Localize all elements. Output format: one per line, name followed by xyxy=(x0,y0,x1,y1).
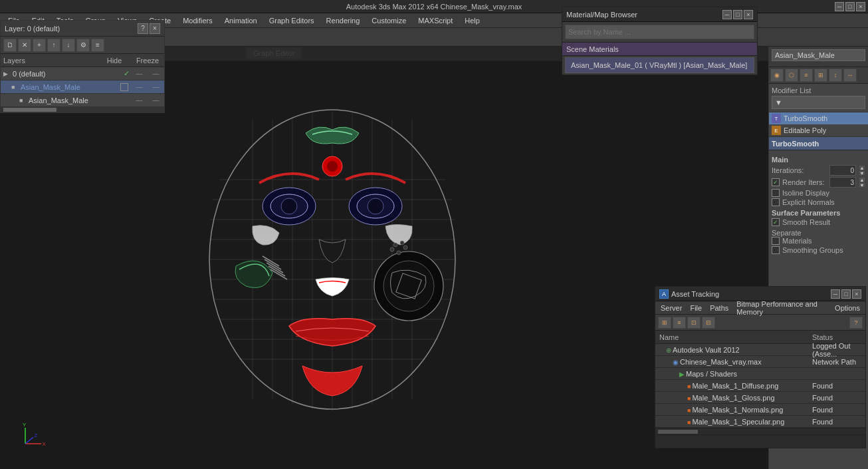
turbosmooth-header: TurboSmooth xyxy=(769,137,868,150)
material-search-row xyxy=(562,22,757,43)
panel-icon-1[interactable]: ◉ xyxy=(770,69,784,82)
svg-point-32 xyxy=(397,251,401,255)
menu-help[interactable]: Help xyxy=(459,15,485,26)
asset-row-specular[interactable]: ■Male_Mask_1_Specular.png Found xyxy=(655,416,865,428)
iterations-up[interactable]: ▲ xyxy=(859,165,865,170)
layers-tool-settings[interactable]: ⚙ xyxy=(76,39,90,52)
panel-icon-2[interactable]: ⬡ xyxy=(785,69,798,82)
panel-icon-3[interactable]: ≡ xyxy=(800,69,813,82)
asset-tracking-close[interactable]: × xyxy=(852,289,861,299)
asset-normals-status: Found xyxy=(812,406,865,414)
layers-help-button[interactable]: ? xyxy=(138,23,148,34)
asset-menu-file[interactable]: File xyxy=(687,304,705,312)
panel-icon-6[interactable]: ↔ xyxy=(843,69,857,82)
iterations-down[interactable]: ▼ xyxy=(859,170,865,176)
specular-icon: ■ xyxy=(687,419,691,426)
explicit-normals-row: Explicit Normals xyxy=(772,198,865,206)
layers-tool-new[interactable]: 🗋 xyxy=(3,39,17,52)
smoothing-groups-checkbox[interactable] xyxy=(772,246,780,254)
menu-animation[interactable]: Animation xyxy=(219,15,263,26)
layer-row-asian-mask[interactable]: ■ Asian_Mask_Male — — xyxy=(1,80,164,94)
asset-tracking-menu: Server File Paths Bitmap Performance and… xyxy=(655,301,865,315)
asset-maxfile-name: ◉Chinese_Mask_vray.max xyxy=(655,358,812,366)
modifier-turbosmooth-label: TurboSmooth xyxy=(784,114,827,122)
maximize-button[interactable]: □ xyxy=(845,2,855,11)
layers-tool-collapse[interactable]: ≡ xyxy=(91,39,104,52)
minimize-button[interactable]: ─ xyxy=(835,2,844,11)
layers-scroll-thumb[interactable] xyxy=(3,108,56,112)
isoline-checkbox[interactable] xyxy=(772,189,780,197)
asset-menu-paths[interactable]: Paths xyxy=(707,304,731,312)
modifier-item-editable-poly[interactable]: E Editable Poly xyxy=(769,124,868,136)
asset-tracking-maximize[interactable]: □ xyxy=(841,289,851,299)
modifier-dropdown-text: ▼ xyxy=(775,98,782,106)
render-iters-down[interactable]: ▼ xyxy=(859,182,865,188)
asset-maxfile-status: Network Path xyxy=(812,358,865,366)
asset-scrollbar-horizontal[interactable] xyxy=(655,428,865,434)
asset-tool-3[interactable]: ⊡ xyxy=(687,317,701,329)
layer-default-freeze: — xyxy=(148,70,164,77)
asset-col-status-header: Status xyxy=(812,333,865,341)
asset-menu-bitmap[interactable]: Bitmap Performance and Memory xyxy=(734,300,829,316)
layer-asian-mask-freeze: — xyxy=(148,83,164,90)
layers-close-button[interactable]: × xyxy=(150,23,160,34)
material-search-input[interactable] xyxy=(565,25,754,39)
panel-icon-4[interactable]: ⊞ xyxy=(814,69,827,82)
asset-menu-server[interactable]: Server xyxy=(658,304,685,312)
asset-scroll-thumb-h[interactable] xyxy=(658,430,698,434)
asset-row-max-file[interactable]: ◉Chinese_Mask_vray.max Network Path xyxy=(655,356,865,368)
modifier-item-turbosmooth[interactable]: T TurboSmooth xyxy=(769,112,868,124)
asset-tracking-minimize[interactable]: ─ xyxy=(831,289,840,299)
asset-menu-options[interactable]: Options xyxy=(832,304,863,312)
asset-row-gloss[interactable]: ■Male_Mask_1_Gloss.png Found xyxy=(655,392,865,404)
asset-row-normals[interactable]: ■Male_Mask_1_Normals.png Found xyxy=(655,404,865,416)
layer-visibility-checkbox[interactable] xyxy=(120,83,128,91)
render-iters-up[interactable]: ▲ xyxy=(859,177,865,182)
smooth-result-checkbox[interactable]: ✓ xyxy=(772,218,780,226)
menu-customize[interactable]: Customize xyxy=(366,15,411,26)
material-browser-close[interactable]: × xyxy=(744,10,753,19)
asset-tool-4[interactable]: ⊟ xyxy=(702,317,715,329)
layer-row-default[interactable]: ▶ 0 (default) ✓ — — xyxy=(1,67,164,80)
close-button[interactable]: × xyxy=(856,2,865,11)
menu-rendering[interactable]: Rendering xyxy=(321,15,366,26)
layers-scrollbar[interactable] xyxy=(1,107,164,112)
layers-tool-move-down[interactable]: ↓ xyxy=(62,39,75,52)
material-browser-title-bar: Material/Map Browser ─ □ × xyxy=(562,7,757,22)
scene-material-item[interactable]: Asian_Mask_Male_01 ( VRayMtl ) [Asian_Ma… xyxy=(565,57,754,73)
layers-tool-add[interactable]: + xyxy=(33,39,46,52)
iterations-spinner[interactable]: ▲ ▼ xyxy=(859,165,865,176)
svg-point-25 xyxy=(368,198,383,214)
layer-default-name: 0 (default) xyxy=(13,70,124,78)
render-iters-spinner[interactable]: ▲ ▼ xyxy=(859,177,865,188)
layers-tool-delete[interactable]: ✕ xyxy=(18,39,31,52)
menu-graph-editors[interactable]: Graph Editors xyxy=(264,15,320,26)
panel-icon-5[interactable]: ↕ xyxy=(829,69,842,82)
material-browser-maximize[interactable]: □ xyxy=(733,10,742,19)
asset-specular-name: ■Male_Mask_1_Specular.png xyxy=(655,418,812,426)
layer-row-asian-mask-child[interactable]: ■ Asian_Mask_Male — — xyxy=(1,94,164,107)
asset-row-diffuse[interactable]: ■Male_Mask_1_Diffuse.png Found xyxy=(655,380,865,392)
layer-default-hide: — xyxy=(131,70,148,77)
menu-maxscript[interactable]: MAXScript xyxy=(413,15,458,26)
layers-tool-move-up[interactable]: ↑ xyxy=(47,39,60,52)
material-browser-minimize[interactable]: ─ xyxy=(722,10,732,19)
menu-modifiers[interactable]: Modifiers xyxy=(177,15,218,26)
window-controls[interactable]: ─ □ × xyxy=(835,2,865,11)
iterations-input[interactable] xyxy=(829,165,856,176)
modifier-list-dropdown[interactable]: ▼ xyxy=(772,96,865,109)
render-iters-checkbox[interactable]: ✓ xyxy=(772,178,780,186)
asset-tool-2[interactable]: ≡ xyxy=(673,317,686,329)
material-name-input[interactable]: Asian_Mask_Male xyxy=(772,49,865,61)
mask-visualization xyxy=(186,80,479,452)
explicit-normals-label: Explicit Normals xyxy=(782,198,835,206)
asset-normals-name: ■Male_Mask_1_Normals.png xyxy=(655,406,812,414)
explicit-normals-checkbox[interactable] xyxy=(772,198,780,206)
asset-row-maps[interactable]: ▶Maps / Shaders xyxy=(655,368,865,380)
asset-tool-1[interactable]: ⊞ xyxy=(658,317,671,329)
asset-row-vault[interactable]: ⊕Autodesk Vault 2012 Logged Out (Asse... xyxy=(655,344,865,356)
modifier-list-label: Modifier List xyxy=(772,86,865,94)
render-iters-input[interactable] xyxy=(829,177,856,188)
asset-tool-help[interactable]: ? xyxy=(849,317,863,329)
materials-checkbox[interactable] xyxy=(772,237,780,245)
